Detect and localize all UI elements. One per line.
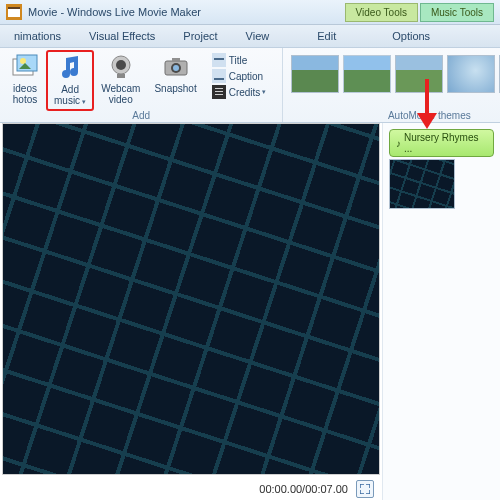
tab-view[interactable]: View — [232, 25, 284, 47]
add-videos-photos-button[interactable]: ideos hotos — [4, 50, 46, 111]
clip-thumb-content — [389, 159, 455, 209]
theme-thumb-2[interactable] — [343, 55, 391, 93]
title-bar: Movie - Windows Live Movie Maker Video T… — [0, 0, 500, 25]
svg-rect-14 — [214, 58, 224, 60]
ribbon-tabs: nimations Visual Effects Project View Ed… — [0, 25, 500, 48]
music-clip-chip[interactable]: ♪ Nursery Rhymes ... — [389, 129, 494, 157]
theme-thumb-3[interactable] — [395, 55, 443, 93]
video-preview[interactable] — [2, 123, 380, 475]
svg-rect-2 — [8, 7, 20, 9]
title-button[interactable]: Title — [208, 52, 271, 68]
contextual-tab-group: Video Tools Music Tools — [343, 3, 494, 22]
svg-rect-19 — [215, 91, 223, 92]
photos-icon — [11, 53, 39, 81]
label: Add music▾ — [54, 84, 86, 107]
camera-icon — [162, 53, 190, 81]
tab-options[interactable]: Options — [378, 25, 444, 47]
theme-gallery: ▲ ▼ ▾ — [287, 50, 500, 98]
title-icon — [212, 53, 226, 67]
music-clip-name: Nursery Rhymes ... — [404, 132, 487, 154]
label: Credits — [229, 87, 261, 98]
ribbon-group-add: ideos hotos Add music▾ Webcam video Snap… — [0, 48, 283, 122]
svg-rect-8 — [117, 74, 125, 78]
storyboard-pane[interactable]: ♪ Nursery Rhymes ... — [382, 123, 500, 500]
snapshot-button[interactable]: Snapshot — [147, 50, 203, 111]
ribbon: ideos hotos Add music▾ Webcam video Snap… — [0, 48, 500, 123]
theme-thumb-1[interactable] — [291, 55, 339, 93]
svg-rect-16 — [214, 78, 224, 80]
caption-icon — [212, 69, 226, 83]
svg-point-12 — [173, 65, 179, 71]
caption-button[interactable]: Caption — [208, 68, 271, 84]
label: Webcam video — [101, 83, 140, 105]
timecode: 00:00.00/00:07.00 — [259, 483, 348, 495]
storyboard-clip[interactable] — [389, 159, 455, 209]
tab-animations[interactable]: nimations — [0, 25, 75, 47]
add-music-button[interactable]: Add music▾ — [46, 50, 94, 111]
fullscreen-icon — [360, 484, 370, 494]
label: Snapshot — [154, 83, 196, 94]
ribbon-group-automovie: ▲ ▼ ▾ AutoMovie themes — [283, 48, 500, 122]
svg-rect-18 — [215, 88, 223, 89]
preview-pane: 00:00.00/00:07.00 — [0, 123, 382, 500]
label: Title — [229, 55, 248, 66]
window-title: Movie - Windows Live Movie Maker — [28, 6, 201, 18]
svg-point-5 — [20, 58, 26, 64]
fullscreen-button[interactable] — [356, 480, 374, 498]
preview-content — [2, 123, 380, 475]
video-tools-tab[interactable]: Video Tools — [345, 3, 418, 22]
group-label: Add — [0, 110, 282, 121]
tab-edit[interactable]: Edit — [303, 25, 350, 47]
music-note-icon: ♪ — [396, 138, 401, 149]
svg-rect-15 — [212, 69, 226, 83]
dropdown-arrow-icon: ▾ — [262, 88, 266, 96]
svg-point-7 — [116, 60, 126, 70]
dropdown-arrow-icon: ▾ — [82, 98, 86, 105]
music-note-icon — [56, 54, 84, 82]
label: Caption — [229, 71, 263, 82]
app-icon — [6, 4, 22, 20]
workspace: 00:00.00/00:07.00 ♪ Nursery Rhymes ... — [0, 123, 500, 500]
label: ideos hotos — [13, 83, 37, 105]
svg-rect-20 — [215, 94, 223, 95]
credits-icon — [212, 85, 226, 99]
group-label: AutoMovie themes — [283, 110, 500, 121]
preview-footer: 00:00.00/00:07.00 — [2, 475, 380, 500]
webcam-icon — [107, 53, 135, 81]
theme-thumb-4[interactable] — [447, 55, 495, 93]
text-buttons-col: Title Caption Credits▾ — [204, 50, 275, 111]
svg-rect-10 — [172, 58, 180, 62]
webcam-video-button[interactable]: Webcam video — [94, 50, 147, 111]
tab-visual-effects[interactable]: Visual Effects — [75, 25, 169, 47]
credits-button[interactable]: Credits▾ — [208, 84, 271, 100]
music-tools-tab[interactable]: Music Tools — [420, 3, 494, 22]
tab-project[interactable]: Project — [169, 25, 231, 47]
